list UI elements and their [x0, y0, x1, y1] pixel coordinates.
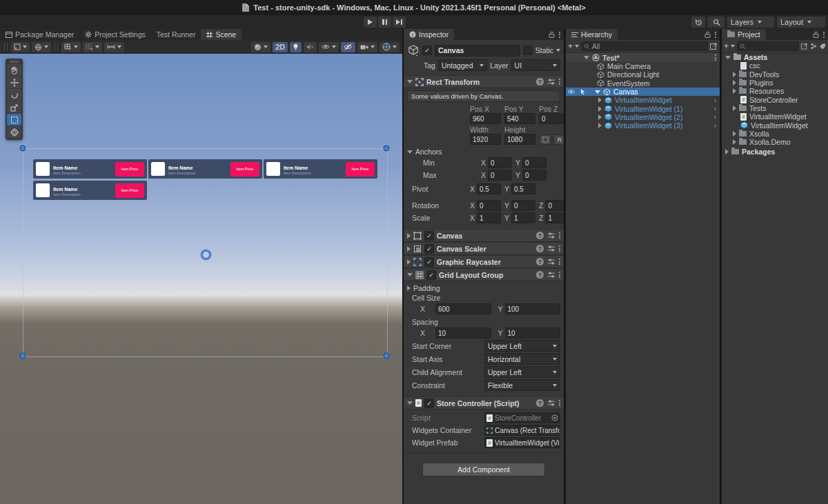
hierarchy-item-canvas[interactable]: Canvas [566, 88, 720, 96]
spacing-x-field[interactable]: 10 [435, 327, 491, 339]
cell-size-x-field[interactable]: 600 [435, 303, 491, 314]
project-item-devtools[interactable]: DevTools [722, 70, 828, 79]
tab-project-settings[interactable]: Project Settings [79, 29, 151, 40]
component-enabled-checkbox[interactable]: ✓ [424, 244, 434, 254]
anchors-foldout-icon[interactable] [407, 150, 413, 154]
grid-visibility-button[interactable]: Y [61, 42, 81, 52]
height-field[interactable]: 1080 [504, 134, 535, 145]
pause-button[interactable] [378, 17, 391, 28]
start-corner-dropdown[interactable]: Upper Left [484, 340, 560, 352]
width-field[interactable]: 1920 [470, 134, 501, 145]
foldout-icon[interactable] [598, 106, 602, 112]
spacing-y-field[interactable]: 10 [505, 327, 561, 339]
pos-y-field[interactable]: 540 [504, 113, 535, 124]
kebab-menu-icon[interactable] [559, 259, 560, 265]
hierarchy-item-virtualitemwidget-3[interactable]: VirtualItemWidget (3) › [566, 121, 720, 130]
virtual-item-widget[interactable]: Item NameItem Description Item Price [264, 159, 377, 179]
selection-handle[interactable] [384, 353, 390, 359]
rotation-z-field[interactable]: 0 [545, 200, 564, 211]
prefab-open-chevron[interactable]: › [714, 122, 720, 130]
static-dropdown-icon[interactable] [556, 49, 560, 52]
widgets-container-field[interactable]: Canvas (Rect Transfor [484, 425, 560, 436]
prefab-open-chevron[interactable]: › [714, 105, 720, 112]
hierarchy-item-virtualitemwidget[interactable]: VirtualItemWidget › [566, 96, 720, 104]
help-icon[interactable] [536, 258, 544, 265]
tab-project[interactable]: Project [722, 29, 766, 40]
hierarchy-item-directional-light[interactable]: Directional Light [566, 70, 720, 79]
gizmos-button[interactable] [379, 42, 400, 52]
canvas-scaler-header[interactable]: ✓ Canvas Scaler [404, 242, 564, 255]
pos-z-field[interactable]: 0 [539, 113, 564, 124]
cell-size-y-field[interactable]: 100 [505, 303, 561, 314]
project-item-xsolla[interactable]: Xsolla [722, 130, 828, 138]
hierarchy-search-input[interactable]: All [581, 41, 708, 51]
raw-edit-button[interactable]: R [553, 134, 564, 145]
presets-icon[interactable] [548, 232, 555, 239]
project-search-input[interactable] [737, 41, 799, 51]
rotate-tool-button[interactable] [7, 89, 21, 101]
prefab-open-chevron[interactable]: › [714, 97, 720, 104]
project-item-resources[interactable]: Resources [722, 87, 828, 95]
scene-visibility-button[interactable] [341, 42, 355, 52]
scene-picker-icon[interactable] [710, 43, 718, 50]
tag-dropdown[interactable]: Untagged [438, 59, 487, 71]
chevron-down-icon[interactable] [731, 45, 735, 48]
help-icon[interactable] [536, 399, 544, 407]
item-price-button[interactable]: Item Price [115, 183, 144, 198]
pickability-icon[interactable] [580, 88, 586, 95]
rotation-y-field[interactable]: 0 [511, 200, 535, 211]
start-axis-dropdown[interactable]: Horizontal [484, 353, 560, 365]
selection-handle[interactable] [20, 145, 26, 152]
audio-toggle-button[interactable] [304, 42, 317, 52]
hierarchy-item-eventsystem[interactable]: EventSystem [566, 79, 720, 88]
layers-dropdown[interactable]: Layers [727, 17, 774, 28]
hierarchy-item-main-camera[interactable]: Main Camera [566, 62, 720, 70]
store-controller-header[interactable]: ✓ Store Controller (Script) [404, 396, 564, 410]
kebab-menu-icon[interactable] [559, 245, 560, 252]
camera-settings-button[interactable] [357, 42, 377, 52]
effects-toggle-button[interactable] [319, 42, 339, 52]
help-icon[interactable] [536, 271, 544, 279]
lock-icon[interactable] [813, 31, 819, 38]
project-item-xsolla-demo[interactable]: Xsolla.Demo [722, 138, 828, 146]
component-enabled-checkbox[interactable]: ✓ [424, 257, 434, 267]
project-item-csc[interactable]: csc [722, 61, 828, 70]
foldout-icon[interactable] [733, 105, 736, 111]
presets-icon[interactable] [548, 245, 555, 252]
hand-tool-button[interactable] [7, 64, 21, 76]
anchor-min-x-field[interactable]: 0 [488, 157, 512, 168]
help-icon[interactable] [536, 245, 544, 252]
visibility-eye-icon[interactable] [567, 89, 575, 94]
scale-tool-button[interactable] [7, 101, 21, 113]
project-item-packages[interactable]: Packages [722, 148, 828, 156]
search-by-label-icon[interactable] [810, 43, 817, 50]
kebab-menu-icon[interactable] [559, 400, 560, 406]
virtual-item-widget[interactable]: Item NameItem Description Item Price [33, 159, 147, 179]
foldout-icon[interactable] [598, 123, 602, 128]
presets-icon[interactable] [548, 259, 555, 265]
tab-inspector[interactable]: i Inspector [404, 29, 454, 40]
step-button[interactable] [393, 17, 406, 28]
selection-handle[interactable] [384, 145, 390, 152]
presets-icon[interactable] [548, 400, 555, 406]
child-alignment-dropdown[interactable]: Upper Left [484, 366, 560, 378]
presets-icon[interactable] [548, 272, 555, 278]
constraint-dropdown[interactable]: Flexible [484, 379, 560, 391]
tab-hierarchy[interactable]: Hierarchy [566, 29, 618, 40]
rect-transform-header[interactable]: Rect Transform [404, 75, 564, 88]
foldout-icon[interactable] [407, 80, 413, 83]
graphic-raycaster-header[interactable]: ✓ Graphic Raycaster [404, 255, 564, 268]
scale-x-field[interactable]: 1 [477, 212, 501, 223]
foldout-icon[interactable] [733, 88, 736, 94]
undo-history-button[interactable] [691, 17, 705, 28]
foldout-icon[interactable] [733, 72, 736, 77]
blueprint-mode-button[interactable] [539, 134, 551, 145]
prefab-open-chevron[interactable]: › [714, 113, 720, 121]
pivot-y-field[interactable]: 0.5 [511, 183, 535, 194]
selection-handle[interactable] [20, 353, 26, 359]
foldout-icon[interactable] [407, 401, 413, 405]
overlay-drag-handle[interactable] [6, 59, 23, 63]
transform-tool-button[interactable] [7, 126, 21, 138]
foldout-icon[interactable] [595, 90, 600, 94]
foldout-icon[interactable] [733, 131, 736, 137]
